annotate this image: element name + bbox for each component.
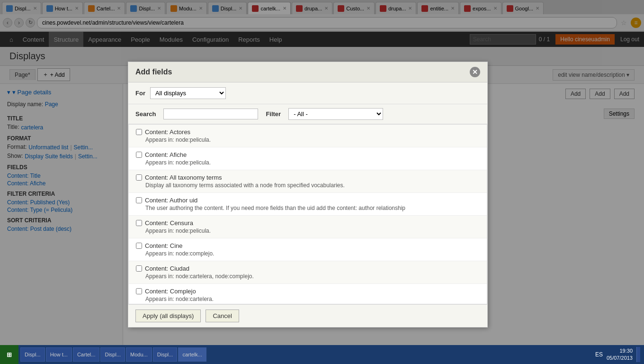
- list-item-ciudad-title: Content: Ciudad: [136, 265, 480, 272]
- list-item-actores-label: Content: Actores: [145, 128, 190, 136]
- lang-indicator: ES: [595, 351, 603, 358]
- modal-close-button[interactable]: ✕: [470, 67, 480, 77]
- taskbar-item-3-label: Cartel...: [77, 352, 96, 357]
- taskbar-item-1[interactable]: Displ...: [20, 347, 45, 359]
- list-item-complejo-label: Content: Complejo: [145, 288, 196, 295]
- list-item-actores[interactable]: Content: Actores Appears in: node:pelicu…: [129, 125, 487, 147]
- modal-title: Add fields: [135, 68, 172, 76]
- list-item-complejo-title: Content: Complejo: [136, 288, 480, 295]
- apply-button[interactable]: Apply (all displays): [135, 309, 201, 322]
- list-item-ciudad[interactable]: Content: Ciudad Appears in: node:cartele…: [129, 261, 487, 284]
- taskbar-item-3[interactable]: Cartel...: [73, 347, 100, 359]
- cancel-button[interactable]: Cancel: [206, 309, 239, 322]
- list-item-afiche-title: Content: Afiche: [136, 151, 480, 158]
- taskbar-item-2-label: How t...: [50, 352, 68, 357]
- modal-search-label: Search: [135, 110, 156, 118]
- list-item-afiche[interactable]: Content: Afiche Appears in: node:pelicul…: [129, 147, 487, 170]
- modal-search-input[interactable]: [163, 109, 258, 119]
- modal-search-filter-row: Search Filter - All -: [128, 104, 487, 124]
- list-item-ciudad-label: Content: Ciudad: [145, 265, 189, 272]
- list-item-cine[interactable]: Content: Cine Appears in: node:complejo.: [129, 238, 487, 261]
- list-item-cine-desc: Appears in: node:complejo.: [145, 250, 480, 257]
- list-item-complejo-desc: Appears in: node:cartelera.: [145, 296, 480, 302]
- list-item-actores-desc: Appears in: node:pelicula.: [145, 136, 480, 143]
- clock-time: 19:30: [607, 347, 633, 355]
- list-item-author-uid-label: Content: Author uid: [145, 197, 197, 204]
- list-item-cine-title: Content: Cine: [136, 242, 480, 249]
- modal-for-select[interactable]: All displays This page (override): [150, 87, 226, 99]
- list-item-all-taxonomy-checkbox[interactable]: [136, 174, 142, 181]
- list-item-complejo-checkbox[interactable]: [136, 288, 142, 294]
- add-fields-modal: Add fields ✕ For All displays This page …: [128, 62, 488, 328]
- list-item-afiche-label: Content: Afiche: [145, 151, 187, 158]
- taskbar-item-4[interactable]: Displ...: [100, 347, 125, 359]
- list-item-all-taxonomy-label: Content: All taxonomy terms: [145, 174, 222, 181]
- taskbar-item-2[interactable]: How t...: [46, 347, 72, 359]
- modal-list[interactable]: Content: Actores Appears in: node:pelicu…: [128, 124, 487, 304]
- close-icon: ✕: [472, 68, 478, 76]
- taskbar-item-5[interactable]: Modu...: [126, 347, 152, 359]
- list-item-censura[interactable]: Content: Censura Appears in: node:pelicu…: [129, 216, 487, 238]
- list-item-cine-label: Content: Cine: [145, 242, 183, 249]
- taskbar-item-7-label: cartelk...: [182, 352, 202, 357]
- modal-title-bar: Add fields ✕: [128, 62, 487, 82]
- modal-for-label: For: [135, 90, 145, 97]
- modal-for-row: For All displays This page (override): [128, 82, 487, 104]
- list-item-all-taxonomy[interactable]: Content: All taxonomy terms Display all …: [129, 170, 487, 193]
- windows-taskbar: ⊞ Displ... How t... Cartel... Displ... M…: [0, 345, 644, 359]
- list-item-censura-label: Content: Censura: [145, 219, 193, 227]
- taskbar-item-1-label: Displ...: [25, 352, 41, 357]
- start-button[interactable]: ⊞: [0, 345, 18, 359]
- taskbar-item-5-label: Modu...: [130, 352, 148, 357]
- list-item-complejo[interactable]: Content: Complejo Appears in: node:carte…: [129, 284, 487, 304]
- clock-date: 05/07/2013: [607, 355, 633, 359]
- taskbar-item-6-label: Displ...: [157, 352, 173, 357]
- taskbar-items: Displ... How t... Cartel... Displ... Mod…: [18, 347, 591, 359]
- modal-filter-select[interactable]: - All -: [288, 108, 383, 120]
- list-item-author-uid-desc: The user authoring the content. If you n…: [145, 205, 480, 211]
- modal-footer: Apply (all displays) Cancel: [128, 304, 487, 327]
- list-item-actores-checkbox[interactable]: [136, 129, 142, 135]
- list-item-all-taxonomy-desc: Display all taxonomy terms associated wi…: [145, 182, 480, 189]
- list-item-author-uid[interactable]: Content: Author uid The user authoring t…: [129, 193, 487, 216]
- list-item-author-uid-checkbox[interactable]: [136, 197, 142, 203]
- list-item-afiche-desc: Appears in: node:pelicula.: [145, 159, 480, 166]
- list-item-author-uid-title: Content: Author uid: [136, 197, 480, 204]
- taskbar-item-4-label: Displ...: [105, 352, 121, 357]
- modal-filter-label: Filter: [266, 110, 281, 118]
- list-item-censura-checkbox[interactable]: [136, 220, 142, 226]
- list-item-afiche-checkbox[interactable]: [136, 152, 142, 158]
- list-item-ciudad-checkbox[interactable]: [136, 265, 142, 272]
- list-item-censura-title: Content: Censura: [136, 219, 480, 227]
- list-item-actores-title: Content: Actores: [136, 128, 480, 136]
- windows-show-desktop-button[interactable]: [636, 347, 640, 359]
- taskbar-right: ES 19:30 05/07/2013: [591, 347, 644, 359]
- clock: 19:30 05/07/2013: [607, 347, 633, 359]
- list-item-censura-desc: Appears in: node:pelicula.: [145, 228, 480, 234]
- list-item-all-taxonomy-title: Content: All taxonomy terms: [136, 174, 480, 181]
- list-item-ciudad-desc: Appears in: node:cartelera, node:complej…: [145, 273, 480, 280]
- list-item-cine-checkbox[interactable]: [136, 243, 142, 249]
- start-icon: ⊞: [7, 351, 12, 358]
- taskbar-item-7[interactable]: cartelk...: [178, 347, 206, 359]
- taskbar-item-6[interactable]: Displ...: [153, 347, 178, 359]
